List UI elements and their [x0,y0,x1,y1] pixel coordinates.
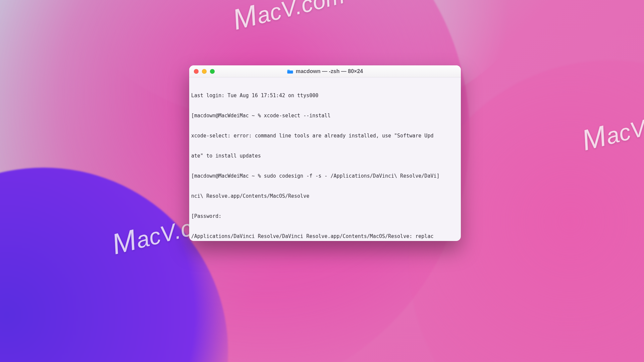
window-titlebar[interactable]: macdown — -zsh — 80×24 [189,65,461,77]
window-title-group: macdown — -zsh — 80×24 [189,68,461,74]
terminal-line: nci\ Resolve.app/Contents/MacOS/Resolve [191,193,459,199]
terminal-line: [macdown@MacWdeiMac ~ % xcode-select --i… [191,112,459,119]
terminal-line: Last login: Tue Aug 16 17:51:42 on ttys0… [191,92,459,99]
terminal-line: [Password: [191,213,459,220]
terminal-line: ate" to install updates [191,153,459,159]
desktop-wallpaper: MacV.com MacV.com MacV.com macdown — -zs… [0,0,644,362]
zoom-button[interactable] [210,69,215,74]
terminal-window: macdown — -zsh — 80×24 Last login: Tue A… [189,65,461,241]
terminal-output[interactable]: Last login: Tue Aug 16 17:51:42 on ttys0… [189,77,461,241]
terminal-line: [macdown@MacWdeiMac ~ % sudo codesign -f… [191,173,459,179]
close-button[interactable] [194,69,199,74]
terminal-line: xcode-select: error: command line tools … [191,132,459,139]
window-title: macdown — -zsh — 80×24 [296,68,363,74]
terminal-line: /Applications/DaVinci Resolve/DaVinci Re… [191,233,459,240]
folder-icon [287,69,293,74]
minimize-button[interactable] [202,69,207,74]
window-controls [189,69,215,74]
